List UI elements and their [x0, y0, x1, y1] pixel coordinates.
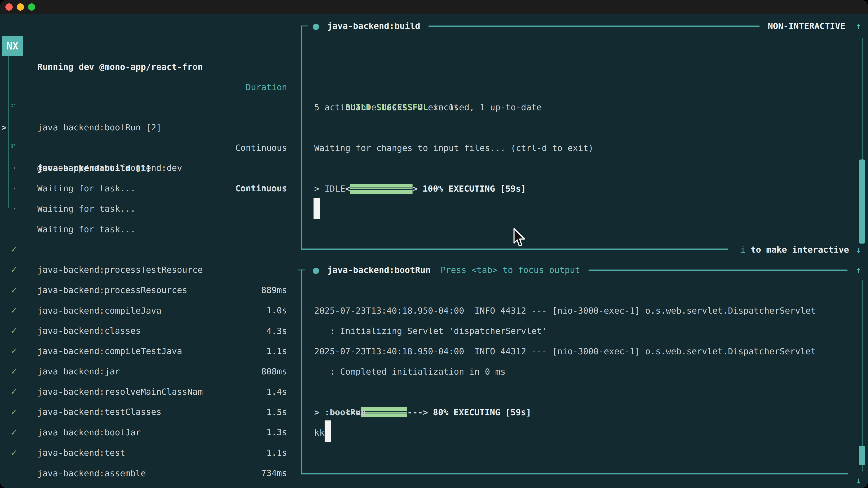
- completed-task-row[interactable]: ✓ java-backend:testClasses 1.3s: [0, 361, 301, 381]
- waiting-task-row: · Waiting for task...: [0, 178, 301, 199]
- terminal-window: NX Running dev @mono-app/react-fron Dura…: [0, 0, 868, 488]
- log-line: 2025-07-23T13:40:18.950-04:00 INFO 44312…: [314, 300, 816, 321]
- task-row-bootrun[interactable]: ⠋ java-backend:bootRun [2] Continuous: [0, 76, 301, 97]
- bootrun-panel-bottom-border: [301, 473, 848, 475]
- build-progress-line: <════════════>100% EXECUTING [59s]: [314, 158, 526, 178]
- terminal-cursor: [313, 198, 320, 219]
- progress-left-cap: <: [345, 184, 350, 194]
- task-label: java-backend:test: [37, 443, 125, 463]
- idle-line: > IDLE: [314, 178, 345, 199]
- waiting-label: Waiting for task...: [37, 199, 135, 219]
- task-status-dot-icon: ●: [312, 265, 319, 275]
- close-button[interactable]: [5, 3, 13, 11]
- maximize-button[interactable]: [28, 3, 35, 11]
- bootrun-panel-header[interactable]: ● java-backend:bootRun Press <tab> to fo…: [301, 260, 868, 280]
- build-result-line: BUILD SUCCESSFUL in 1s: [314, 77, 459, 97]
- waiting-for-changes-line: Waiting for changes to input files... (c…: [314, 138, 593, 158]
- sidebar-title: Running dev @mono-app/react-fron: [37, 57, 203, 77]
- completed-task-row[interactable]: ✓ java-backend:classes 1.1s: [0, 280, 301, 300]
- task-row-build-selected[interactable]: > ⠋ java-backend:build [1] Continuous: [0, 97, 301, 117]
- bootrun-scrollbar-thumb[interactable]: [859, 446, 865, 465]
- bootrun-progress-line: <<<═════════--->80% EXECUTING [59s]: [314, 382, 531, 402]
- progress-label: 80% EXECUTING [59s]: [433, 408, 531, 417]
- progress-bar-fill: ═════════: [361, 408, 407, 417]
- progress-label: 100% EXECUTING [59s]: [423, 184, 526, 194]
- interactive-hint-key: i: [740, 245, 745, 255]
- task-duration: 1.1s: [266, 443, 287, 463]
- task-duration: 774ms: [261, 484, 287, 488]
- mouse-cursor: [513, 228, 526, 249]
- task-status-dot-icon: ●: [312, 22, 319, 31]
- build-panel-title: java-backend:build: [327, 21, 420, 31]
- terminal-cursor: [324, 420, 331, 442]
- progress-right-cap: >: [412, 184, 418, 194]
- sidebar-footer: ← 1/2 → quit: q help: ?: [0, 463, 301, 484]
- titlebar: [0, 0, 868, 14]
- scroll-down-icon[interactable]: ↓: [856, 245, 861, 255]
- scroll-down-icon[interactable]: ↓: [856, 476, 861, 485]
- build-panel-left-border: [301, 26, 302, 250]
- completed-task-row[interactable]: ✓ java-backend:processResources 1.0s: [0, 239, 301, 260]
- build-panel-header[interactable]: ● java-backend:build NON-INTERACTIVE ↑: [301, 16, 868, 36]
- log-line: 2025-07-23T13:40:18.950-04:00 INFO 44312…: [314, 341, 816, 361]
- completed-task-row[interactable]: ✓ java-backend:assemble 774ms: [0, 422, 301, 443]
- bootrun-panel-left-border: [301, 269, 302, 474]
- completed-task-row[interactable]: ✓ java-backend:resolveMainClassNam 1.5s: [0, 341, 301, 361]
- terminal-content: NX Running dev @mono-app/react-fron Dura…: [0, 14, 868, 488]
- progress-bar-fill: ════════════: [350, 184, 412, 194]
- check-icon: ✓: [10, 443, 18, 463]
- scroll-up-icon[interactable]: ↑: [856, 265, 861, 275]
- completed-task-row[interactable]: ✓ java-backend:bootJar 1.1s: [0, 382, 301, 402]
- log-line: : Completed initialization in 0 ms: [314, 361, 505, 382]
- header-rule: [428, 26, 760, 27]
- task-row-frontend-dev[interactable]: ⠋ @mono-app/react-frontend:dev Continuou…: [0, 117, 301, 137]
- waiting-task-row: · Waiting for task...: [0, 158, 301, 178]
- completed-task-row[interactable]: ✓ java-backend:test 734ms: [0, 402, 301, 422]
- bootrun-command-line: > :bootRun: [314, 402, 366, 422]
- waiting-dot-icon: ·: [10, 199, 16, 219]
- build-panel-mode-badge: NON-INTERACTIVE: [768, 21, 845, 31]
- sidebar-header: Running dev @mono-app/react-fron Duratio…: [0, 36, 301, 57]
- scroll-up-icon[interactable]: ↑: [856, 21, 861, 31]
- focus-output-hint: Press <tab> to focus output: [440, 265, 580, 275]
- completed-task-row[interactable]: ✓ java-backend:jar 1.4s: [0, 321, 301, 341]
- completed-task-row[interactable]: ✓ java-backend:compileJava 4.3s: [0, 260, 301, 280]
- waiting-task-row: · Waiting for task...: [0, 138, 301, 158]
- interactive-hint: i to make interactive ↓: [740, 239, 868, 260]
- log-line: : Initializing Servlet 'dispatcherServle…: [314, 321, 547, 341]
- completed-task-row[interactable]: ✓ java-backend:processTestResource 889ms: [0, 219, 301, 239]
- bootrun-scrollbar-track[interactable]: [862, 280, 863, 471]
- bootrun-panel-title: java-backend:bootRun: [327, 265, 431, 275]
- tasks-summary-line: 5 actionable tasks: 4 executed, 1 up-to-…: [314, 97, 542, 118]
- progress-tail: --->: [407, 408, 428, 417]
- minimize-button[interactable]: [17, 3, 24, 11]
- interactive-hint-text: to make interactive: [745, 245, 849, 255]
- completed-task-row[interactable]: ✓ java-backend:compileTestJava 808ms: [0, 300, 301, 321]
- build-scrollbar-thumb[interactable]: [859, 160, 865, 243]
- typed-input-line: kk: [314, 422, 324, 443]
- header-rule: [588, 269, 848, 271]
